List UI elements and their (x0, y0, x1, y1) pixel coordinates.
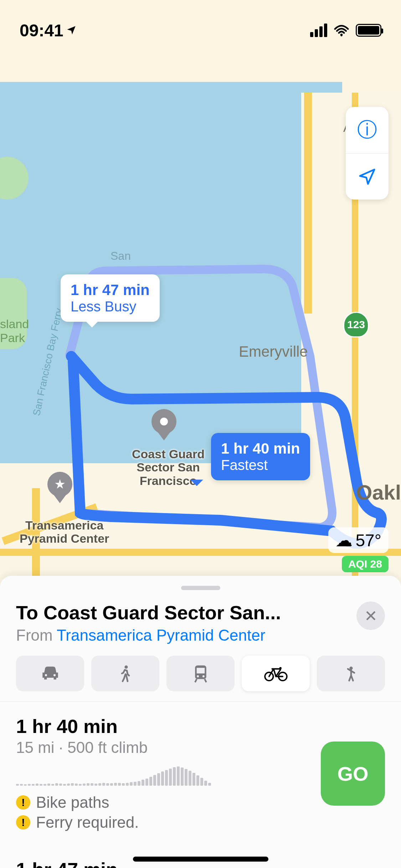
cloud-icon: ☁ (335, 530, 353, 550)
directions-sheet[interactable]: To Coast Guard Sector San... From Transa… (0, 576, 401, 868)
svg-point-3 (124, 665, 128, 668)
route-option-0[interactable]: 1 hr 40 min 15 mi · 500 ft climb !Bike p… (16, 702, 385, 845)
close-icon: ✕ (364, 607, 377, 625)
elevation-chart (16, 764, 311, 786)
origin-pin[interactable]: ★ (47, 472, 72, 497)
home-indicator[interactable] (133, 857, 268, 862)
svg-point-0 (340, 34, 343, 36)
mode-rideshare[interactable] (317, 656, 385, 691)
route-0-time: 1 hr 40 min (16, 715, 311, 737)
bike-icon (264, 665, 288, 682)
route-0-meta: 15 mi · 500 ft climb (16, 739, 311, 756)
weather-temp: 57° (355, 531, 381, 550)
map-controls: ⓘ (346, 107, 389, 200)
wifi-icon (334, 22, 349, 38)
svg-point-2 (53, 674, 55, 676)
svg-point-1 (45, 674, 47, 676)
battery-icon (356, 24, 381, 37)
mode-walk[interactable] (91, 656, 159, 691)
destination-pin[interactable] (151, 409, 176, 434)
weather-badge[interactable]: ☁57° AQI 28 (328, 527, 389, 572)
svg-point-6 (197, 675, 199, 677)
warning-icon: ! (16, 795, 30, 810)
svg-point-10 (279, 667, 281, 669)
route-0-warn-0: !Bike paths (16, 794, 311, 811)
transport-mode-tabs (16, 656, 385, 691)
route-alt-sub: Less Busy (71, 299, 150, 315)
san-label: San (110, 249, 131, 263)
emeryville-label: Emeryville (239, 343, 308, 360)
from-location-link[interactable]: Transamerica Pyramid Center (57, 626, 265, 644)
highway-shield-123: 123 (343, 312, 369, 337)
mode-cycle[interactable] (242, 656, 310, 691)
go-button[interactable]: GO (321, 742, 385, 806)
route-main-callout[interactable]: 1 hr 40 min Fastest (211, 433, 310, 480)
status-time: 09:41 (20, 21, 76, 40)
sheet-title: To Coast Guard Sector San... (16, 601, 349, 624)
transit-icon (191, 663, 210, 684)
route-alt-callout[interactable]: 1 hr 47 min Less Busy (61, 274, 160, 322)
sheet-from: From Transamerica Pyramid Center (16, 626, 349, 644)
locate-button[interactable] (346, 153, 389, 200)
mode-transit[interactable] (166, 656, 235, 691)
weather-aqi: AQI 28 (342, 556, 389, 572)
location-services-icon (66, 25, 76, 35)
walk-icon (117, 663, 134, 684)
route-main-time: 1 hr 40 min (221, 440, 300, 457)
origin-pin-label: Transamerica Pyramid Center (20, 519, 109, 546)
route-main-sub: Fastest (221, 457, 300, 473)
island-park-label: sland Park (0, 317, 29, 345)
route-0-warn-1: !Ferry required. (16, 813, 311, 831)
cellular-signal-icon (310, 24, 327, 37)
oakland-label: Oakl (356, 480, 401, 504)
rideshare-icon (343, 663, 359, 684)
sheet-handle[interactable] (181, 586, 220, 590)
route-alt-time: 1 hr 47 min (71, 281, 150, 299)
close-button[interactable]: ✕ (356, 601, 385, 630)
location-arrow-icon (358, 167, 377, 186)
warning-icon: ! (16, 815, 30, 830)
info-button[interactable]: ⓘ (346, 107, 389, 153)
svg-point-7 (202, 675, 204, 677)
mode-drive[interactable] (16, 656, 84, 691)
car-icon (40, 663, 61, 684)
info-icon: ⓘ (357, 117, 377, 144)
svg-rect-5 (196, 668, 205, 673)
status-bar: 09:41 (0, 0, 401, 46)
